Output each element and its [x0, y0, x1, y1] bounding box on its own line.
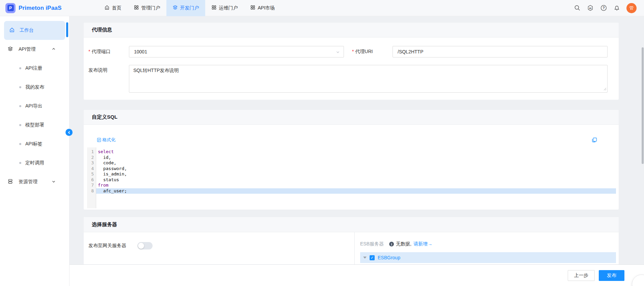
brand[interactable]: P Primeton iPaaS — [5, 3, 62, 13]
code-line: 6 status — [87, 177, 616, 183]
bullet-icon — [19, 67, 21, 69]
previous-step-button[interactable]: 上一步 — [568, 270, 595, 281]
nav-admin-portal[interactable]: 管理门户 — [128, 0, 166, 16]
select-server-section: 选择服务器 发布至网关服务器 ESB服务器 i 无数据, 请新增→ ✓ ESB — [84, 217, 619, 269]
code-line: 1select — [87, 149, 616, 155]
section-title-proxy-info: 代理信息 — [84, 23, 619, 38]
publish-desc-textarea[interactable]: SQL转HTTP发布说明 — [129, 65, 608, 93]
brand-name: Primeton iPaaS — [19, 5, 62, 11]
server-icon — [7, 178, 13, 185]
code-line: 3 code, — [87, 160, 616, 166]
page-scrollbar-thumb[interactable] — [642, 47, 644, 164]
esb-group-checkbox[interactable]: ✓ — [370, 255, 375, 260]
sidebar-collapse-button[interactable] — [65, 129, 73, 136]
topbar-actions: AI ? 管 — [574, 3, 637, 13]
gateway-toggle-label: 发布至网关服务器 — [88, 242, 126, 249]
bullet-icon — [19, 162, 21, 164]
bottom-action-bar: 上一步 发布 — [70, 264, 644, 286]
nav-api-market-label: API市场 — [258, 5, 275, 11]
sidebar-item-api-tags[interactable]: API标签 — [0, 135, 69, 153]
proxy-port-select[interactable] — [129, 46, 344, 57]
search-icon[interactable] — [574, 5, 581, 11]
info-icon: i — [389, 242, 394, 246]
brand-logo-letter: P — [7, 5, 14, 11]
sidebar-item-label: 模型部署 — [25, 122, 44, 128]
sidebar-item-label: 定时调用 — [25, 160, 44, 166]
copy-icon[interactable] — [591, 137, 597, 143]
publish-desc-label: 发布说明 — [88, 65, 129, 73]
sidebar-item-label: 我的发布 — [25, 84, 44, 90]
nav-home-label: 首页 — [112, 5, 122, 11]
svg-text:AI: AI — [589, 7, 591, 10]
sidebar-group-api-management[interactable]: API管理 — [0, 40, 69, 59]
proxy-port-value[interactable] — [129, 46, 344, 57]
topbar: P Primeton iPaaS 首页 管理门户 开发门户 运维门户 — [0, 0, 644, 16]
esb-group-row[interactable]: ✓ ESBGroup — [360, 252, 616, 263]
sidebar-scrollbar-thumb[interactable] — [66, 22, 68, 37]
format-button-label: 格式化 — [102, 137, 115, 143]
section-title-custom-sql: 自定义SQL — [84, 110, 619, 125]
home-icon — [104, 5, 110, 11]
layers-icon — [7, 46, 13, 53]
nav-ops-portal-label: 运维门户 — [219, 5, 238, 11]
grid-icon — [250, 5, 256, 11]
home-icon — [9, 27, 15, 34]
brand-logo-icon: P — [5, 3, 16, 13]
gateway-toggle-area: 发布至网关服务器 — [84, 232, 354, 269]
sidebar-item-label: API导出 — [25, 103, 43, 109]
sidebar-item-label: API标签 — [25, 141, 43, 147]
sidebar-item-label: API注册 — [25, 65, 43, 71]
code-line: 5 is_admin, — [87, 171, 616, 177]
nav-ops-portal[interactable]: 运维门户 — [205, 0, 244, 16]
nav-home[interactable]: 首页 — [98, 0, 128, 16]
bullet-icon — [19, 105, 21, 107]
gateway-toggle[interactable] — [137, 242, 153, 249]
section-title-select-server: 选择服务器 — [84, 217, 619, 232]
caret-down-icon[interactable] — [363, 257, 367, 259]
sidebar-item-my-publish[interactable]: 我的发布 — [0, 78, 69, 97]
avatar[interactable]: 管 — [626, 3, 637, 13]
esb-server-panel: ESB服务器 i 无数据, 请新增→ ✓ ESBGroup — [354, 232, 619, 269]
proxy-uri-label: 代理URI — [352, 49, 393, 55]
esb-group-label: ESBGroup — [378, 255, 400, 260]
sidebar-item-api-register[interactable]: API注册 — [0, 59, 69, 78]
grid-icon — [134, 5, 139, 11]
layers-icon — [172, 5, 178, 11]
sidebar-item-label: 工作台 — [20, 27, 34, 33]
proxy-port-label: 代理端口 — [88, 49, 129, 55]
proxy-info-section: 代理信息 代理端口 代理URI 发布说明 SQL转HTTP发布说明 — [84, 23, 619, 100]
publish-button[interactable]: 发布 — [599, 270, 624, 281]
code-line-active: 8 afc_user; — [87, 188, 616, 194]
ai-assistant-icon[interactable]: AI — [587, 5, 594, 11]
main-content: 代理信息 代理端口 代理URI 发布说明 SQL转HTTP发布说明 — [70, 16, 644, 286]
code-line: 7from — [87, 183, 616, 188]
code-line: 2 id, — [87, 155, 616, 161]
esb-server-label: ESB服务器 — [360, 241, 384, 247]
custom-sql-section: 自定义SQL 格式化 1select 2 id, 3 code, 4 passw… — [84, 110, 619, 210]
sidebar-item-api-export[interactable]: API导出 — [0, 97, 69, 116]
svg-text:?: ? — [602, 6, 605, 10]
sql-code-editor[interactable]: 1select 2 id, 3 code, 4 password, 5 is_a… — [87, 147, 616, 208]
nav-api-market[interactable]: API市场 — [244, 0, 281, 16]
sidebar-group-resource-management[interactable]: 资源管理 — [0, 172, 69, 191]
proxy-info-form: 代理端口 代理URI 发布说明 SQL转HTTP发布说明 — [84, 38, 619, 100]
sidebar-item-scheduled-call[interactable]: 定时调用 — [0, 153, 69, 172]
sidebar-item-workbench[interactable]: 工作台 — [4, 21, 65, 40]
nav-dev-portal-label: 开发门户 — [180, 5, 199, 11]
sql-toolbar: 格式化 — [84, 135, 619, 145]
sidebar: 工作台 API管理 API注册 我的发布 API导出 模型部署 API标签 定时… — [0, 16, 70, 286]
notification-bell-icon[interactable] — [613, 5, 620, 11]
bullet-icon — [19, 86, 21, 88]
bullet-icon — [19, 124, 21, 126]
sidebar-item-model-deploy[interactable]: 模型部署 — [0, 116, 69, 135]
add-server-link[interactable]: 请新增→ — [413, 241, 432, 247]
grid-icon — [211, 5, 217, 11]
no-data-text: 无数据, — [396, 241, 411, 247]
nav-dev-portal[interactable]: 开发门户 — [166, 0, 205, 16]
proxy-uri-input[interactable] — [393, 46, 608, 57]
nav-admin-portal-label: 管理门户 — [141, 5, 160, 11]
help-icon[interactable]: ? — [600, 5, 607, 11]
format-button[interactable]: 格式化 — [97, 137, 115, 143]
code-line: 4 password, — [87, 166, 616, 172]
chevron-up-icon — [52, 47, 56, 52]
